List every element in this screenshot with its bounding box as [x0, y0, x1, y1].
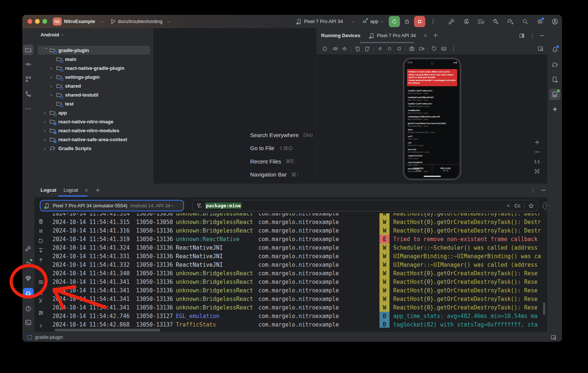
- match-case-toggle[interactable]: Cc: [514, 203, 520, 208]
- zoom-out-button[interactable]: [533, 148, 542, 156]
- tree-item[interactable]: › main: [38, 55, 150, 64]
- search-everywhere-button[interactable]: [522, 18, 529, 25]
- import-logs-icon[interactable]: [38, 289, 44, 296]
- status-module-name[interactable]: gradle-plugin: [35, 334, 63, 340]
- log-row[interactable]: 2024-10-14 11:54:41.340 13050-13136 unkn…: [52, 269, 542, 278]
- logcat-vertical-scrollbar[interactable]: [543, 302, 545, 315]
- tree-chevron-icon[interactable]: ›: [44, 128, 49, 133]
- log-row[interactable]: 2024-10-14 11:54:41.341 13050-13136 unkn…: [52, 286, 542, 295]
- status-editor-icon[interactable]: [550, 334, 556, 340]
- more-tools-button[interactable]: [23, 104, 33, 114]
- gradle-sync-button[interactable]: [507, 18, 514, 25]
- clear-logcat-icon[interactable]: [38, 218, 44, 225]
- emulator-screen[interactable]: 11:54 ▴▰▮ Unable to load script. Make su…: [405, 60, 459, 178]
- tree-item[interactable]: › react-native-safe-area-context: [38, 135, 150, 144]
- log-row[interactable]: 2024-10-14 11:54:41.331 13050-13136 Reac…: [52, 252, 542, 260]
- stack-frame[interactable]: completeTask Task.java: [408, 155, 458, 159]
- scroll-to-end-icon[interactable]: [38, 247, 44, 254]
- terminal-tool-button[interactable]: [23, 317, 33, 328]
- tree-chevron-icon[interactable]: ›: [51, 92, 56, 98]
- export-logs-icon[interactable]: [38, 298, 44, 304]
- emulator-phone-frame[interactable]: 11:54 ▴▰▮ Unable to load script. Make su…: [403, 58, 461, 180]
- tree-chevron-icon[interactable]: ›: [44, 146, 49, 151]
- filter-funnel-icon[interactable]: [196, 203, 202, 209]
- devices-options-kebab-icon[interactable]: [529, 33, 535, 39]
- stack-frame[interactable]: loadScriptFromAssets ReactInstance.java: [408, 90, 458, 94]
- build-button[interactable]: [448, 18, 455, 25]
- tree-item[interactable]: › test: [38, 99, 150, 108]
- emulator-rotate-left-icon[interactable]: [354, 45, 361, 52]
- zoom-1to1-button[interactable]: 1:1: [533, 158, 542, 166]
- tree-item[interactable]: › gradle-plugin: [38, 46, 150, 55]
- stack-frame[interactable]: loadBundle ReactInstance.java: [408, 109, 458, 114]
- device-tab-add-icon[interactable]: [433, 32, 439, 38]
- settings-button[interactable]: [537, 18, 543, 25]
- logcat-settings-icon[interactable]: [38, 309, 44, 316]
- device-chevron-icon[interactable]: ›: [350, 21, 356, 23]
- rerun-button[interactable]: [389, 16, 400, 27]
- stop-button[interactable]: [414, 16, 425, 27]
- logcat-tab-label[interactable]: Logcat: [64, 187, 78, 193]
- account-button[interactable]: [552, 18, 558, 25]
- profiler-button[interactable]: [463, 18, 470, 25]
- branch-chevron-icon[interactable]: ›: [166, 21, 171, 23]
- macos-zoom-button[interactable]: [42, 19, 47, 24]
- run-config-selector[interactable]: app: [370, 19, 378, 24]
- commit-tool-button[interactable]: [23, 59, 33, 69]
- problems-tool-button[interactable]: [23, 304, 33, 314]
- log-row[interactable]: 2024-10-14 11:54:41.314 13050-13050 unkn…: [52, 213, 542, 218]
- log-row[interactable]: 2024-10-14 11:54:41.316 13050-13136 unkn…: [52, 226, 542, 235]
- tree-item[interactable]: › react-native-nitro-modules: [38, 126, 150, 135]
- logcat-filter-query[interactable]: package:mine: [205, 202, 242, 209]
- gemini-button[interactable]: [549, 104, 560, 115]
- log-row[interactable]: 2024-10-14 11:54:41.319 13050-13136 unkn…: [52, 235, 542, 243]
- emulator-reset-icon[interactable]: [430, 45, 438, 52]
- logcat-device-selector[interactable]: Pixel 7 Pro API 34 (emulator-5554) Andro…: [40, 200, 184, 211]
- log-row[interactable]: 2024-10-14 11:54:41.341 13050-13136 unkn…: [52, 303, 542, 312]
- emulator-snippets-icon[interactable]: [440, 45, 448, 52]
- next-occurrence-icon[interactable]: [38, 266, 44, 273]
- vcs-tool-button[interactable]: [23, 89, 33, 99]
- dismiss-button[interactable]: DISMISS (ESC): [405, 165, 432, 174]
- build-analyzer-button[interactable]: [477, 18, 484, 25]
- stack-frame[interactable]: getOrCreateReactInstanceTask$22 ReactHos…: [408, 122, 458, 127]
- project-name[interactable]: NitroExample: [64, 19, 95, 24]
- tree-chevron-icon[interactable]: ›: [44, 48, 49, 53]
- filter-clear-icon[interactable]: [506, 203, 511, 208]
- soft-wrap-icon[interactable]: [38, 279, 44, 285]
- stack-frame[interactable]: lambda$getJSBundleLoader$0 ReactHostImpl…: [408, 116, 458, 120]
- emulator-overview-icon[interactable]: [395, 45, 403, 52]
- tree-item[interactable]: › settings-plugin: [38, 72, 150, 81]
- logcat-tool-button[interactable]: [23, 288, 33, 298]
- logcat-output[interactable]: 2024-10-14 11:54:41.314 13050-13050 unkn…: [52, 213, 542, 328]
- tree-chevron-icon[interactable]: ›: [51, 65, 56, 71]
- previous-occurrence-icon[interactable]: [38, 257, 44, 263]
- log-row[interactable]: 2024-10-14 11:54:41.341 13050-13136 unkn…: [52, 295, 542, 303]
- log-row[interactable]: 2024-10-14 11:54:41.315 13050-13050 unkn…: [52, 218, 542, 226]
- emulator-more-kebab-icon[interactable]: [450, 45, 457, 52]
- stack-frame[interactable]: execute SerialExecutor.java: [408, 148, 458, 153]
- restart-logcat-icon[interactable]: [38, 238, 44, 244]
- macos-minimize-button[interactable]: [35, 19, 40, 24]
- running-devices-button[interactable]: [549, 89, 560, 100]
- device-selector[interactable]: Pixel 7 Pro API 34: [304, 19, 343, 24]
- stack-frame[interactable]: then BridgelessAtomicRef.java: [408, 129, 458, 133]
- build-tool-button[interactable]: [23, 243, 33, 254]
- branch-name[interactable]: docs/troubleshooting: [118, 19, 162, 24]
- tree-item[interactable]: › shared: [38, 81, 150, 90]
- emulator-power-icon[interactable]: [321, 45, 329, 52]
- emulator-rotate-right-icon[interactable]: [364, 45, 371, 52]
- filter-favorite-star-icon[interactable]: [528, 203, 534, 209]
- tree-chevron-icon[interactable]: ›: [44, 119, 49, 124]
- notifications-button[interactable]: [549, 44, 560, 55]
- logcat-horizontal-scrollbar[interactable]: [55, 329, 160, 331]
- tree-chevron-icon[interactable]: ›: [44, 137, 49, 142]
- pause-logcat-icon[interactable]: [38, 228, 44, 234]
- log-row[interactable]: 2024-10-14 11:54:41.324 13050-13136 Reac…: [52, 243, 542, 252]
- tree-chevron-icon[interactable]: ›: [51, 74, 56, 80]
- log-row[interactable]: 2024-10-14 11:54:41.341 13050-13136 unkn…: [52, 278, 542, 286]
- logcat-filter-field[interactable]: package:mine Cc: [192, 200, 538, 211]
- toolbar-expand-chevron-icon[interactable]: [38, 322, 44, 329]
- stack-frame[interactable]: call Task.java: [408, 135, 458, 140]
- run-tool-button[interactable]: [23, 258, 33, 269]
